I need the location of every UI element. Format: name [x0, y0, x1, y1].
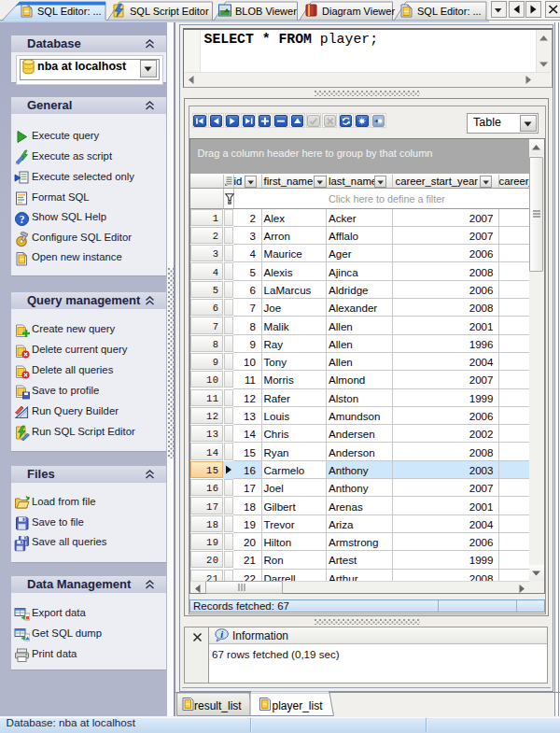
svg-text:Diagram Viewer: Diagram Viewer [322, 6, 395, 17]
svg-text:SQL Editor: ...: SQL Editor: ... [37, 6, 102, 17]
svg-text:?: ? [20, 213, 25, 224]
svg-text:i: i [220, 628, 223, 639]
svg-text:SQL Script Editor: SQL Script Editor [130, 6, 209, 17]
svg-text:result_list: result_list [194, 699, 242, 712]
svg-text:SQL Editor: ...: SQL Editor: ... [417, 6, 482, 17]
svg-text:BLOB Viewer: BLOB Viewer [235, 6, 297, 17]
svg-text:player_list: player_list [273, 699, 324, 712]
